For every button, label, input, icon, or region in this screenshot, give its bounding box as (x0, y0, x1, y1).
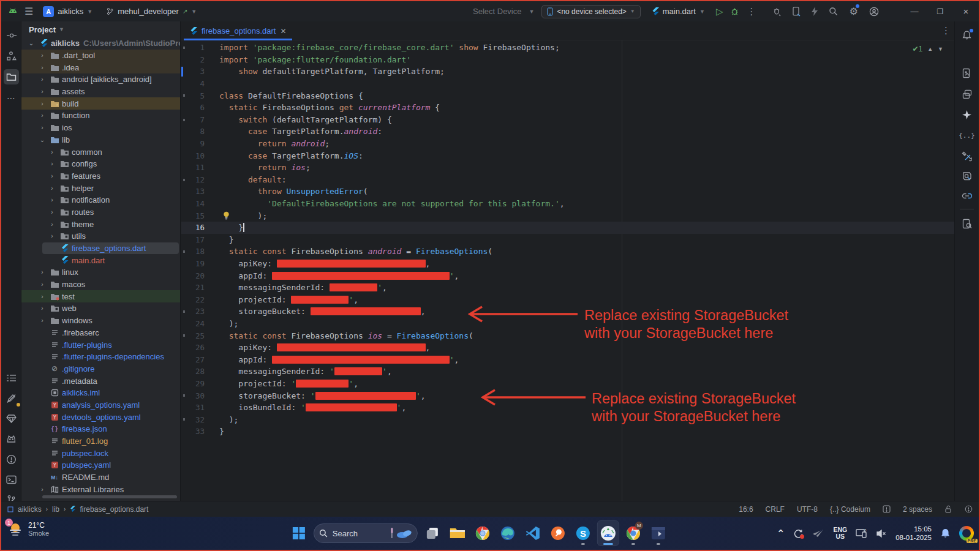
window-close-button[interactable]: × (953, 1, 979, 21)
code-line-28[interactable]: 28 messagingSenderId: '', (181, 365, 954, 378)
code-line-18[interactable]: 18 static const FirebaseOptions android … (181, 246, 954, 258)
tree-item-utils[interactable]: ›utils (21, 230, 180, 242)
taskbar-app-chrome-m[interactable]: M (623, 521, 644, 545)
code-line-27[interactable]: 27 appId: ', (181, 353, 954, 365)
code-line-10[interactable]: 10 case TargetPlatform.iOS: (181, 149, 954, 162)
tree-item-assets[interactable]: ›assets (21, 86, 180, 98)
codeium-status[interactable]: {..} Codeium (830, 505, 870, 514)
stripe-bell-button[interactable] (959, 28, 974, 43)
run-button[interactable]: ▷ (716, 6, 723, 17)
stripe-list-button[interactable] (4, 370, 19, 386)
tree-item-aiklicks[interactable]: ⌄aiklicksC:\Users\Admin\StudioProjects\a… (21, 37, 180, 50)
tree-item-notification[interactable]: ›notification (21, 194, 180, 206)
warning-box-icon[interactable] (883, 505, 891, 513)
select-device-label[interactable]: Select Device (473, 7, 521, 16)
stripe-doc-search-button[interactable] (959, 216, 974, 231)
tree-item-configs[interactable]: ›configs (21, 158, 180, 170)
chevron-right-icon[interactable]: › (48, 233, 56, 239)
tree-item-firebase-json[interactable]: {}firebase.json (21, 423, 180, 435)
stripe-terminal-button[interactable] (4, 472, 19, 487)
notifications-status-icon[interactable] (965, 505, 973, 513)
speaker-muted-icon[interactable] (876, 529, 887, 538)
stripe-bug-search-button[interactable] (959, 168, 974, 184)
start-button[interactable] (288, 521, 309, 545)
chevron-right-icon[interactable]: › (48, 173, 56, 179)
stripe-more-button[interactable]: ⋯ (4, 90, 19, 105)
code-line-9[interactable]: 9 return android; (181, 138, 954, 150)
code-line-4[interactable]: 4 (181, 78, 954, 90)
tree-item-analysis-options-yaml[interactable]: Yanalysis_options.yaml (21, 399, 180, 411)
stripe-pen-off-button[interactable] (4, 391, 19, 406)
tree-item-readme-md[interactable]: M↓README.md (21, 471, 180, 484)
stripe-folder-tool-button[interactable] (4, 69, 19, 84)
code-line-11[interactable]: 11 return ios; (181, 162, 954, 174)
stripe-commit-button[interactable] (4, 28, 19, 43)
chevron-right-icon[interactable]: › (39, 112, 46, 119)
tree-item-routes[interactable]: ›routes (21, 206, 180, 219)
stripe-copies-button[interactable] (959, 86, 974, 102)
chevron-right-icon[interactable]: › (48, 149, 56, 156)
stripe-link-chat-button[interactable] (959, 188, 974, 203)
tree-item-helper[interactable]: ›helper (21, 182, 180, 194)
stripe-braces-button[interactable]: {..} (959, 128, 974, 143)
taskbar-app-mediaapp[interactable] (648, 521, 669, 545)
update-sync-icon[interactable] (793, 528, 804, 539)
code-line-14[interactable]: 14 'DefaultFirebaseOptions are not suppo… (181, 198, 954, 210)
chevron-right-icon[interactable]: › (39, 124, 46, 131)
tree-item-devtools-options-yaml[interactable]: Ydevtools_options.yaml (21, 411, 180, 423)
tree-item-test[interactable]: ›test (21, 290, 180, 302)
chevron-right-icon[interactable]: › (39, 293, 46, 300)
main-menu-icon[interactable]: ☰ (24, 6, 33, 17)
stripe-spark-button[interactable] (959, 107, 974, 122)
taskbar-app-edge[interactable] (497, 521, 518, 545)
tree-item--flutter-plugins-dependencies[interactable]: .flutter-plugins-dependencies (21, 351, 180, 363)
tree-item-firebase-options-dart[interactable]: firebase_options.dart (21, 242, 180, 255)
file-encoding[interactable]: UTF-8 (797, 505, 818, 514)
device-manager-icon[interactable] (793, 7, 801, 17)
tree-item--idea[interactable]: ›.idea (21, 61, 180, 73)
chevron-right-icon[interactable]: › (48, 197, 56, 203)
tree-item--metadata[interactable]: .metadata (21, 375, 180, 387)
taskbar-app-vscode[interactable] (522, 521, 543, 545)
tree-item-lib[interactable]: ⌄lib (21, 134, 180, 146)
stripe-structure-button[interactable] (4, 48, 19, 64)
tray-chevron-up-icon[interactable]: ⌃ (777, 528, 785, 539)
code-line-26[interactable]: 26 apiKey: , (181, 342, 954, 354)
chevron-down-icon[interactable]: ⌄ (28, 40, 35, 47)
code-line-12[interactable]: 12 default: (181, 174, 954, 186)
code-line-7[interactable]: 7 switch (defaultTargetPlatform) { (181, 114, 954, 126)
more-actions-icon[interactable]: ⋮ (747, 6, 756, 17)
code-line-2[interactable]: 2import 'package:flutter/foundation.dart… (181, 54, 954, 66)
copilot-icon[interactable]: PRE (959, 526, 974, 541)
settings-gear-icon[interactable]: ⚙ (849, 6, 858, 17)
chevron-right-icon[interactable]: › (39, 269, 46, 276)
code-line-6[interactable]: 6 static FirebaseOptions get currentPlat… (181, 102, 954, 114)
language-indicator[interactable]: ENGUS (833, 527, 847, 540)
code-line-5[interactable]: 5class DefaultFirebaseOptions { (181, 89, 954, 102)
account-icon[interactable] (869, 7, 879, 17)
tree-item--firebaserc[interactable]: .firebaserc (21, 327, 180, 339)
taskbar-app-chrome[interactable] (472, 521, 493, 545)
code-line-15[interactable]: 15 ); (181, 209, 954, 222)
stripe-problem-button[interactable] (4, 452, 19, 467)
chevron-right-icon[interactable]: › (48, 209, 56, 216)
window-restore-button[interactable]: ❐ (927, 1, 953, 21)
tree-item--gitignore[interactable]: ⊘.gitignore (21, 363, 180, 375)
tree-item-android-aiklicks-android-[interactable]: ›android [aiklicks_android] (21, 73, 180, 86)
tree-item-flutter-01-log[interactable]: flutter_01.log (21, 435, 180, 448)
tree-item-web[interactable]: ›web (21, 302, 180, 315)
search-everywhere-icon[interactable] (829, 7, 838, 16)
code-line-20[interactable]: 20 appId: ', (181, 269, 954, 282)
tree-item-pubspec-yaml[interactable]: Ypubspec.yaml (21, 459, 180, 471)
taskbar-app-skype[interactable]: S (573, 521, 594, 545)
code-line-1[interactable]: 1import 'package:firebase_core/firebase_… (181, 42, 954, 54)
tree-item-theme[interactable]: ›theme (21, 218, 180, 230)
stripe-device-preview-button[interactable] (959, 66, 974, 81)
tree-item-linux[interactable]: ›linux (21, 266, 180, 279)
chevron-right-icon[interactable]: › (39, 88, 46, 95)
breadcrumb-project[interactable]: aiklicks (18, 505, 42, 514)
taskbar-app-studio[interactable] (598, 521, 619, 545)
chevron-right-icon[interactable]: › (39, 64, 46, 71)
tree-item-function[interactable]: ›function (21, 110, 180, 122)
window-minimize-button[interactable]: — (902, 1, 927, 21)
